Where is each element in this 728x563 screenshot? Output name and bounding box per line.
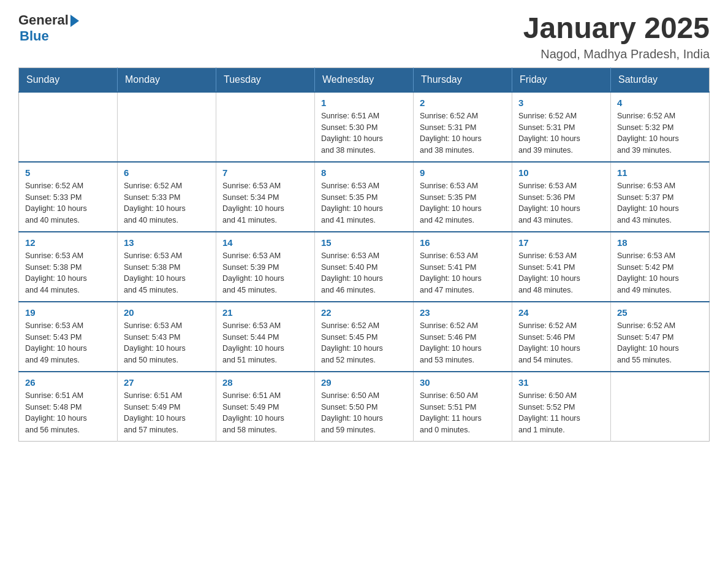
day-cell-19: 19Sunrise: 6:53 AM Sunset: 5:43 PM Dayli… bbox=[19, 302, 118, 372]
day-number: 8 bbox=[321, 167, 407, 178]
day-info: Sunrise: 6:53 AM Sunset: 5:38 PM Dayligh… bbox=[124, 250, 210, 296]
day-number: 6 bbox=[124, 167, 210, 178]
day-number: 1 bbox=[321, 98, 407, 108]
title-block: January 2025 Nagod, Madhya Pradesh, Indi… bbox=[523, 12, 710, 61]
day-header-tuesday: Tuesday bbox=[216, 67, 315, 92]
day-cell-21: 21Sunrise: 6:53 AM Sunset: 5:44 PM Dayli… bbox=[216, 302, 315, 372]
day-cell-23: 23Sunrise: 6:52 AM Sunset: 5:46 PM Dayli… bbox=[414, 302, 512, 372]
day-number: 28 bbox=[222, 377, 308, 388]
day-info: Sunrise: 6:52 AM Sunset: 5:31 PM Dayligh… bbox=[518, 110, 604, 156]
day-info: Sunrise: 6:53 AM Sunset: 5:36 PM Dayligh… bbox=[518, 180, 604, 226]
page-header: General Blue January 2025 Nagod, Madhya … bbox=[18, 12, 710, 61]
day-number: 31 bbox=[518, 377, 604, 388]
month-title: January 2025 bbox=[523, 12, 710, 45]
day-cell-2: 2Sunrise: 6:52 AM Sunset: 5:31 PM Daylig… bbox=[414, 92, 512, 162]
day-info: Sunrise: 6:50 AM Sunset: 5:51 PM Dayligh… bbox=[420, 390, 506, 436]
day-info: Sunrise: 6:51 AM Sunset: 5:49 PM Dayligh… bbox=[222, 390, 308, 436]
day-cell-10: 10Sunrise: 6:53 AM Sunset: 5:36 PM Dayli… bbox=[512, 162, 611, 232]
day-cell-26: 26Sunrise: 6:51 AM Sunset: 5:48 PM Dayli… bbox=[19, 372, 118, 442]
day-cell-6: 6Sunrise: 6:52 AM Sunset: 5:33 PM Daylig… bbox=[118, 162, 216, 232]
day-number: 17 bbox=[518, 237, 604, 248]
day-number: 25 bbox=[617, 307, 703, 318]
day-info: Sunrise: 6:52 AM Sunset: 5:46 PM Dayligh… bbox=[420, 320, 506, 366]
day-header-thursday: Thursday bbox=[414, 67, 512, 92]
day-header-wednesday: Wednesday bbox=[315, 67, 414, 92]
day-number: 21 bbox=[222, 307, 308, 318]
day-info: Sunrise: 6:52 AM Sunset: 5:33 PM Dayligh… bbox=[124, 180, 210, 226]
day-info: Sunrise: 6:52 AM Sunset: 5:47 PM Dayligh… bbox=[617, 320, 703, 366]
day-info: Sunrise: 6:52 AM Sunset: 5:33 PM Dayligh… bbox=[25, 180, 111, 226]
day-header-saturday: Saturday bbox=[611, 67, 710, 92]
day-number: 27 bbox=[124, 377, 210, 388]
day-info: Sunrise: 6:53 AM Sunset: 5:38 PM Dayligh… bbox=[25, 250, 111, 296]
day-cell-17: 17Sunrise: 6:53 AM Sunset: 5:41 PM Dayli… bbox=[512, 232, 611, 302]
empty-cell bbox=[118, 92, 216, 162]
logo-arrow-icon bbox=[70, 15, 79, 27]
day-number: 3 bbox=[518, 98, 604, 108]
empty-cell bbox=[19, 92, 118, 162]
day-cell-8: 8Sunrise: 6:53 AM Sunset: 5:35 PM Daylig… bbox=[315, 162, 414, 232]
day-number: 4 bbox=[617, 98, 703, 108]
day-number: 2 bbox=[420, 98, 506, 108]
day-number: 29 bbox=[321, 377, 407, 388]
day-number: 5 bbox=[25, 167, 111, 178]
day-number: 15 bbox=[321, 237, 407, 248]
day-number: 14 bbox=[222, 237, 308, 248]
logo-general-text: General bbox=[18, 12, 69, 28]
calendar-header: SundayMondayTuesdayWednesdayThursdayFrid… bbox=[19, 67, 710, 92]
day-cell-25: 25Sunrise: 6:52 AM Sunset: 5:47 PM Dayli… bbox=[611, 302, 710, 372]
day-cell-15: 15Sunrise: 6:53 AM Sunset: 5:40 PM Dayli… bbox=[315, 232, 414, 302]
day-number: 18 bbox=[617, 237, 703, 248]
day-info: Sunrise: 6:50 AM Sunset: 5:50 PM Dayligh… bbox=[321, 390, 407, 436]
day-info: Sunrise: 6:53 AM Sunset: 5:41 PM Dayligh… bbox=[518, 250, 604, 296]
day-info: Sunrise: 6:53 AM Sunset: 5:43 PM Dayligh… bbox=[25, 320, 111, 366]
day-header-sunday: Sunday bbox=[19, 67, 118, 92]
day-cell-29: 29Sunrise: 6:50 AM Sunset: 5:50 PM Dayli… bbox=[315, 372, 414, 442]
logo: General Blue bbox=[18, 12, 79, 44]
day-cell-5: 5Sunrise: 6:52 AM Sunset: 5:33 PM Daylig… bbox=[19, 162, 118, 232]
day-number: 11 bbox=[617, 167, 703, 178]
day-number: 10 bbox=[518, 167, 604, 178]
week-row-5: 26Sunrise: 6:51 AM Sunset: 5:48 PM Dayli… bbox=[19, 372, 710, 442]
day-number: 7 bbox=[222, 167, 308, 178]
day-info: Sunrise: 6:53 AM Sunset: 5:44 PM Dayligh… bbox=[222, 320, 308, 366]
day-cell-1: 1Sunrise: 6:51 AM Sunset: 5:30 PM Daylig… bbox=[315, 92, 414, 162]
day-info: Sunrise: 6:53 AM Sunset: 5:35 PM Dayligh… bbox=[321, 180, 407, 226]
day-info: Sunrise: 6:53 AM Sunset: 5:43 PM Dayligh… bbox=[124, 320, 210, 366]
week-row-4: 19Sunrise: 6:53 AM Sunset: 5:43 PM Dayli… bbox=[19, 302, 710, 372]
day-cell-7: 7Sunrise: 6:53 AM Sunset: 5:34 PM Daylig… bbox=[216, 162, 315, 232]
day-cell-28: 28Sunrise: 6:51 AM Sunset: 5:49 PM Dayli… bbox=[216, 372, 315, 442]
day-number: 30 bbox=[420, 377, 506, 388]
week-row-3: 12Sunrise: 6:53 AM Sunset: 5:38 PM Dayli… bbox=[19, 232, 710, 302]
day-number: 9 bbox=[420, 167, 506, 178]
week-row-1: 1Sunrise: 6:51 AM Sunset: 5:30 PM Daylig… bbox=[19, 92, 710, 162]
day-info: Sunrise: 6:51 AM Sunset: 5:30 PM Dayligh… bbox=[321, 110, 407, 156]
day-header-row: SundayMondayTuesdayWednesdayThursdayFrid… bbox=[19, 67, 710, 92]
day-cell-3: 3Sunrise: 6:52 AM Sunset: 5:31 PM Daylig… bbox=[512, 92, 611, 162]
day-cell-20: 20Sunrise: 6:53 AM Sunset: 5:43 PM Dayli… bbox=[118, 302, 216, 372]
day-cell-27: 27Sunrise: 6:51 AM Sunset: 5:49 PM Dayli… bbox=[118, 372, 216, 442]
empty-cell bbox=[216, 92, 315, 162]
day-info: Sunrise: 6:50 AM Sunset: 5:52 PM Dayligh… bbox=[518, 390, 604, 436]
day-number: 20 bbox=[124, 307, 210, 318]
day-number: 22 bbox=[321, 307, 407, 318]
week-row-2: 5Sunrise: 6:52 AM Sunset: 5:33 PM Daylig… bbox=[19, 162, 710, 232]
day-cell-13: 13Sunrise: 6:53 AM Sunset: 5:38 PM Dayli… bbox=[118, 232, 216, 302]
empty-cell bbox=[611, 372, 710, 442]
day-number: 12 bbox=[25, 237, 111, 248]
location-title: Nagod, Madhya Pradesh, India bbox=[523, 47, 710, 61]
day-info: Sunrise: 6:52 AM Sunset: 5:31 PM Dayligh… bbox=[420, 110, 506, 156]
day-info: Sunrise: 6:53 AM Sunset: 5:42 PM Dayligh… bbox=[617, 250, 703, 296]
day-cell-24: 24Sunrise: 6:52 AM Sunset: 5:46 PM Dayli… bbox=[512, 302, 611, 372]
day-cell-18: 18Sunrise: 6:53 AM Sunset: 5:42 PM Dayli… bbox=[611, 232, 710, 302]
day-number: 24 bbox=[518, 307, 604, 318]
calendar-body: 1Sunrise: 6:51 AM Sunset: 5:30 PM Daylig… bbox=[19, 92, 710, 442]
day-info: Sunrise: 6:53 AM Sunset: 5:39 PM Dayligh… bbox=[222, 250, 308, 296]
day-cell-9: 9Sunrise: 6:53 AM Sunset: 5:35 PM Daylig… bbox=[414, 162, 512, 232]
day-cell-11: 11Sunrise: 6:53 AM Sunset: 5:37 PM Dayli… bbox=[611, 162, 710, 232]
day-info: Sunrise: 6:52 AM Sunset: 5:45 PM Dayligh… bbox=[321, 320, 407, 366]
logo-line1: General bbox=[18, 12, 79, 28]
day-number: 19 bbox=[25, 307, 111, 318]
day-info: Sunrise: 6:53 AM Sunset: 5:40 PM Dayligh… bbox=[321, 250, 407, 296]
day-header-friday: Friday bbox=[512, 67, 611, 92]
